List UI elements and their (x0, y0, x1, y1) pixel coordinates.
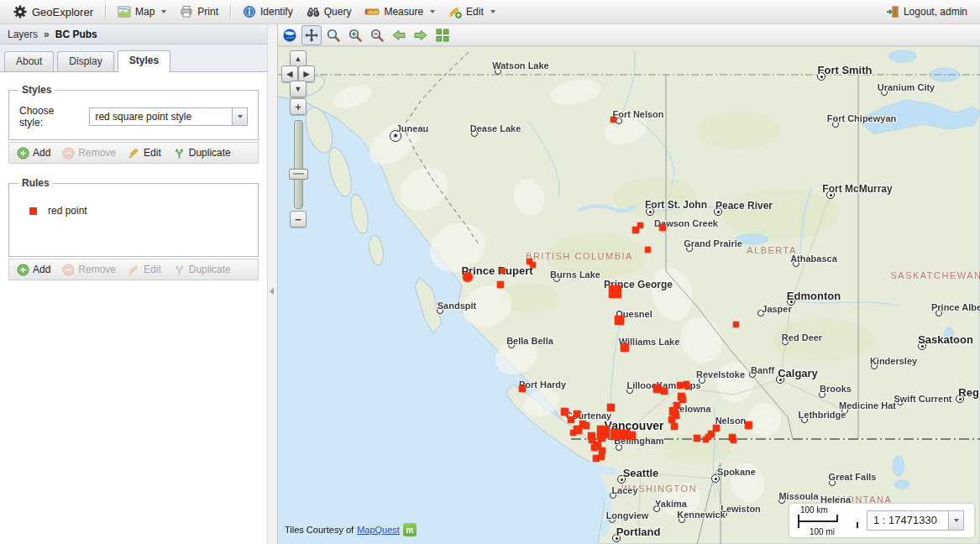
styles-fieldset: Styles Choose style: red square point st… (8, 84, 259, 140)
button-label: Edit (466, 6, 484, 18)
zoom-out-tool-button[interactable] (367, 25, 387, 45)
print-icon (180, 5, 193, 18)
edit-button[interactable]: Edit (443, 3, 501, 21)
styles-toolbar: AddRemoveEditDuplicate (8, 142, 259, 164)
rule-item[interactable]: red point (21, 202, 246, 219)
remove-button: Remove (59, 145, 119, 161)
styles-tab-body: Styles Choose style: red square point st… (0, 72, 267, 544)
edit-icon (448, 5, 462, 18)
zoom-out-button[interactable]: − (290, 211, 307, 228)
previous-extent-tool-button[interactable] (389, 25, 409, 45)
map-canvas[interactable]: BRITISH COLUMBIAALBERTASASKATCHEWANWASHI… (277, 46, 980, 544)
add-button[interactable]: Add (13, 262, 54, 278)
button-label: Remove (78, 264, 116, 275)
scale-mi-label: 100 mi (810, 527, 835, 536)
pan-down-button[interactable]: ▼ (290, 81, 307, 97)
pan-left-button[interactable]: ◀ (281, 65, 298, 82)
next-extent-tool-button[interactable] (411, 25, 431, 45)
scale-combobox-trigger[interactable] (948, 511, 963, 530)
gear-logo-icon (13, 4, 28, 19)
zoom-slider-handle[interactable] (289, 169, 308, 180)
brand-label: GeoExplorer (32, 6, 93, 18)
breadcrumb: Layers » BC Pubs (0, 24, 267, 44)
button-label: Measure (384, 6, 423, 18)
duplicate-icon (173, 147, 186, 160)
breadcrumb-layers-link[interactable]: Layers (8, 29, 38, 40)
edit-button[interactable]: Edit (124, 145, 165, 161)
panel-splitter[interactable] (267, 24, 278, 544)
toolbar-buttons: MapPrintIdentifyQueryMeasureEdit (101, 3, 501, 21)
rules-legend: Rules (18, 177, 53, 189)
button-label: Remove (78, 147, 116, 159)
logout-button[interactable]: Logout, admin (880, 3, 973, 21)
geoexplorer-app: GeoExplorer MapPrintIdentifyQueryMeasure… (0, 0, 980, 544)
breadcrumb-current-layer: BC Pubs (55, 29, 97, 40)
pan-up-button[interactable]: ▲ (290, 50, 307, 67)
zoom-tool-button[interactable] (323, 25, 343, 45)
collapse-left-icon[interactable] (270, 288, 274, 295)
pencil-icon (128, 264, 140, 276)
top-toolbar: GeoExplorer MapPrintIdentifyQueryMeasure… (0, 0, 980, 24)
button-label: Edit (144, 264, 161, 275)
duplicate-button[interactable]: Duplicate (170, 145, 234, 161)
remove-button: Remove (59, 262, 119, 278)
zoom-slider-track[interactable] (294, 120, 303, 209)
map-icon (118, 5, 131, 18)
tab-display[interactable]: Display (57, 51, 113, 71)
measure-button[interactable]: Measure (359, 3, 441, 21)
scale-km-label: 100 km (800, 505, 828, 515)
button-label: Identify (260, 6, 293, 18)
button-label: Print (197, 6, 218, 18)
chevron-down-icon (490, 10, 495, 13)
rule-label: red point (48, 205, 87, 217)
button-label: Add (33, 147, 50, 159)
rules-fieldset: Rules red point (8, 177, 259, 257)
mapquest-link[interactable]: MapQuest (357, 525, 400, 535)
chevron-down-icon (238, 115, 243, 118)
map-button[interactable]: Map (112, 3, 172, 21)
button-label: Duplicate (189, 264, 231, 275)
rule-swatch (29, 207, 37, 215)
add-button[interactable]: Add (13, 145, 54, 161)
chevron-down-icon (161, 10, 166, 13)
edit-button: Edit (124, 262, 165, 278)
attribution-text: Tiles Courtesy of (285, 525, 354, 535)
pan-tool-button[interactable] (301, 25, 322, 45)
button-label: Duplicate (189, 147, 231, 159)
map-attribution: Tiles Courtesy of MapQuest m (285, 523, 417, 536)
styles-legend: Styles (18, 84, 55, 96)
map-toolbar (277, 24, 980, 46)
logout-door-icon (886, 5, 899, 18)
scale-km-bracket (798, 515, 838, 522)
zoom-in-tool-button[interactable] (345, 25, 365, 45)
pan-right-button[interactable]: ▶ (298, 65, 315, 82)
query-button[interactable]: Query (301, 3, 358, 21)
choose-style-label: Choose style: (19, 105, 79, 128)
identify-button[interactable]: Identify (237, 3, 299, 21)
measure-icon (364, 5, 380, 18)
pencil-icon (128, 147, 140, 160)
print-button[interactable]: Print (174, 3, 224, 21)
add-icon (17, 264, 29, 276)
scale-panel: 100 km 100 mi 1 : 17471330 (789, 504, 974, 537)
layer-style-panel: Layers » BC Pubs About Display Styles St… (0, 24, 267, 544)
scale-combobox[interactable]: 1 : 17471330 (867, 510, 964, 531)
basemap (277, 46, 980, 544)
max-extent-tool-button[interactable] (432, 25, 453, 45)
remove-icon (62, 264, 75, 276)
zoom-in-button[interactable]: + (290, 98, 307, 115)
geoexplorer-brand-button[interactable]: GeoExplorer (7, 2, 99, 22)
query-icon (307, 5, 320, 18)
style-combobox[interactable]: red square point style (89, 107, 248, 126)
mapquest-logo-icon: m (403, 523, 417, 536)
style-combobox-trigger[interactable] (232, 108, 247, 125)
tab-about[interactable]: About (4, 51, 54, 71)
tab-styles[interactable]: Styles (118, 50, 170, 72)
logout-label: Logout, admin (904, 6, 967, 18)
button-label: Map (135, 6, 155, 18)
identify-icon (243, 5, 256, 18)
rules-toolbar: AddRemoveEditDuplicate (8, 259, 259, 280)
google-earth-tool-button[interactable] (280, 25, 300, 45)
toolbar-separator (105, 4, 106, 19)
button-label: Query (324, 6, 352, 18)
